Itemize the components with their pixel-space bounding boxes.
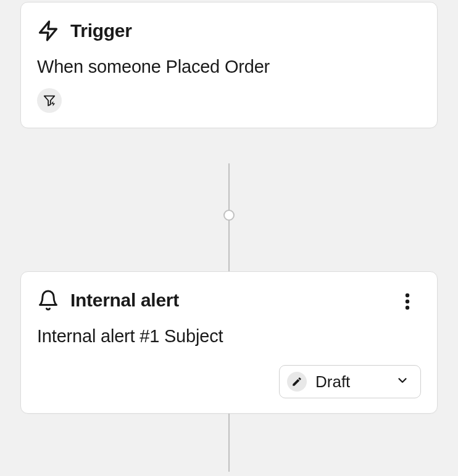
alert-subject: Internal alert #1 Subject bbox=[37, 326, 421, 347]
alert-title: Internal alert bbox=[70, 290, 179, 311]
bell-icon bbox=[37, 289, 59, 311]
svg-point-5 bbox=[406, 306, 409, 310]
svg-marker-1 bbox=[44, 96, 55, 106]
trigger-title: Trigger bbox=[70, 20, 132, 41]
trigger-filter-badge[interactable] bbox=[37, 88, 62, 113]
svg-marker-0 bbox=[40, 22, 57, 40]
alert-card-header: Internal alert bbox=[37, 289, 421, 311]
svg-point-3 bbox=[406, 293, 409, 297]
trigger-description: When someone Placed Order bbox=[37, 57, 421, 77]
status-left: Draft bbox=[287, 372, 350, 392]
trigger-card[interactable]: Trigger When someone Placed Order bbox=[20, 2, 438, 128]
status-dropdown[interactable]: Draft bbox=[279, 365, 421, 398]
alert-menu-button[interactable] bbox=[396, 290, 418, 313]
add-step-node[interactable] bbox=[223, 210, 235, 221]
svg-point-4 bbox=[406, 300, 409, 303]
alert-card-footer: Draft bbox=[37, 365, 421, 398]
pencil-icon bbox=[287, 372, 307, 392]
chevron-down-icon bbox=[396, 374, 409, 390]
lightning-icon bbox=[37, 20, 59, 42]
alert-card[interactable]: Internal alert Internal alert #1 Subject… bbox=[20, 271, 438, 414]
svg-marker-2 bbox=[51, 101, 55, 106]
flow-canvas: Trigger When someone Placed Order bbox=[0, 0, 458, 476]
status-label: Draft bbox=[315, 372, 350, 392]
trigger-card-header: Trigger bbox=[37, 20, 421, 42]
